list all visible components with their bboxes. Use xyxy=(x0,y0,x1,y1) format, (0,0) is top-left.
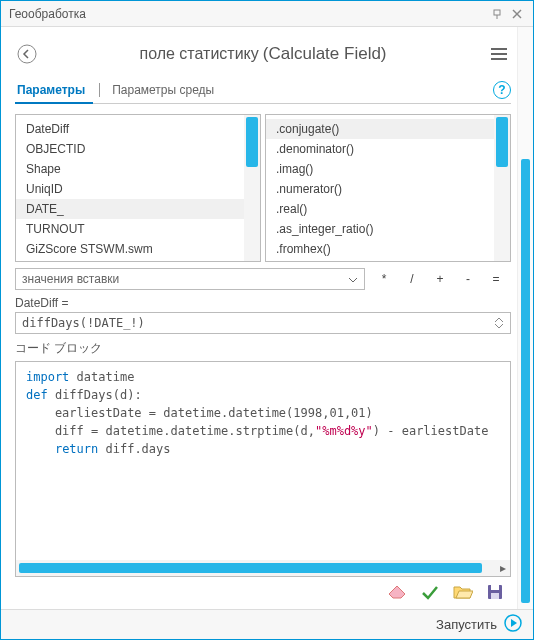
list-item[interactable]: .as_integer_ratio() xyxy=(266,219,494,239)
codeblock-label: コード ブロック xyxy=(15,340,511,357)
op-plus[interactable]: + xyxy=(435,272,445,286)
fields-listbox[interactable]: DateDiff OBJECTID Shape UniqID DATE_ TUR… xyxy=(15,114,261,262)
tab-parameters[interactable]: Параметры xyxy=(15,77,87,103)
expression-input[interactable]: diffDays(!DATE_!) xyxy=(15,312,511,334)
menu-button[interactable] xyxy=(487,42,511,66)
methods-listbox[interactable]: .conjugate() .denominator() .imag() .num… xyxy=(265,114,511,262)
run-button[interactable] xyxy=(503,613,523,636)
op-divide[interactable]: / xyxy=(407,272,417,286)
combo-label: значения вставки xyxy=(22,272,119,286)
title-bar: Геообработка xyxy=(1,1,533,27)
list-item[interactable]: UniqID xyxy=(16,179,244,199)
help-icon[interactable]: ? xyxy=(493,81,511,99)
autohide-icon[interactable] xyxy=(489,6,505,22)
tool-header: поле статистику (Calculate Field) xyxy=(15,37,511,71)
codeblock-hscroll[interactable]: ▸ xyxy=(16,560,510,576)
window-title: Геообработка xyxy=(9,7,86,21)
expression-value: diffDays(!DATE_!) xyxy=(22,316,145,330)
op-multiply[interactable]: * xyxy=(379,272,389,286)
run-label[interactable]: Запустить xyxy=(436,617,497,632)
svg-rect-0 xyxy=(494,10,500,15)
footer-bar: Запустить xyxy=(1,609,533,639)
tab-bar: Параметры Параметры среды ? xyxy=(15,77,511,104)
validate-icon[interactable] xyxy=(421,584,439,603)
tab-separator xyxy=(99,83,100,97)
list-item[interactable]: TURNOUT xyxy=(16,219,244,239)
tool-real-name: (Calculate Field) xyxy=(263,44,387,64)
methods-scrollbar[interactable] xyxy=(494,115,510,261)
svg-rect-7 xyxy=(491,593,499,599)
codeblock-editor[interactable]: import datatime def diffDays(d): earlies… xyxy=(16,362,510,560)
svg-point-4 xyxy=(18,45,36,63)
open-icon[interactable] xyxy=(453,584,473,603)
tool-alias: поле статистику xyxy=(139,45,258,63)
codeblock-box: import datatime def diffDays(d): earlies… xyxy=(15,361,511,577)
list-item[interactable]: DATE_ xyxy=(16,199,244,219)
list-item[interactable]: OBJECTID xyxy=(16,139,244,159)
expression-stepper[interactable] xyxy=(494,316,504,330)
op-minus[interactable]: - xyxy=(463,272,473,286)
active-tab-underline xyxy=(15,102,93,104)
app-window: Геообработка поле статистику (Calculate … xyxy=(0,0,534,640)
erase-icon[interactable] xyxy=(387,584,407,603)
list-item[interactable]: .real() xyxy=(266,199,494,219)
insert-values-combo[interactable]: значения вставки xyxy=(15,268,365,290)
list-item[interactable]: DateDiff xyxy=(16,119,244,139)
operator-bar: * / + - = xyxy=(369,268,511,290)
fields-scrollbar[interactable] xyxy=(244,115,260,261)
close-icon[interactable] xyxy=(509,6,525,22)
list-item[interactable]: .denominator() xyxy=(266,139,494,159)
svg-rect-6 xyxy=(491,585,499,590)
back-button[interactable] xyxy=(15,42,39,66)
op-equals[interactable]: = xyxy=(491,272,501,286)
tab-environments[interactable]: Параметры среды xyxy=(110,77,216,103)
chevron-down-icon xyxy=(348,272,358,286)
list-item[interactable]: GiZScore STSWM.swm xyxy=(16,239,244,259)
save-icon[interactable] xyxy=(487,584,503,603)
list-item[interactable]: .imag() xyxy=(266,159,494,179)
list-item[interactable]: .fromhex() xyxy=(266,239,494,259)
list-item[interactable]: .numerator() xyxy=(266,179,494,199)
panel-scrollbar[interactable] xyxy=(517,27,533,609)
action-bar xyxy=(15,577,511,609)
list-item[interactable]: Shape xyxy=(16,159,244,179)
expression-label: DateDiff = xyxy=(15,296,511,310)
list-item[interactable]: .conjugate() xyxy=(266,119,494,139)
